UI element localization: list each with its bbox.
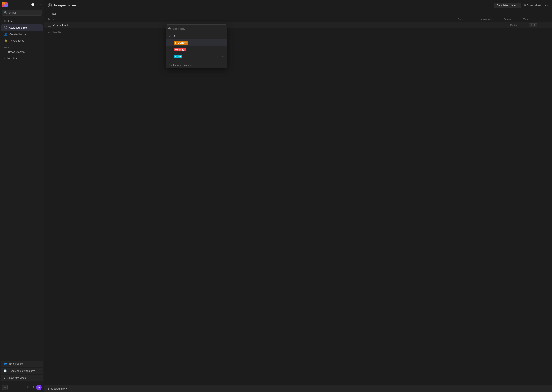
status-inprogress-badge: In progress [174,41,188,45]
search-icon: 🔍 [168,27,172,30]
title-icon [48,3,52,7]
status-dropdown: 🔍 ⋮ ✓ To do ✓ In progress ✓ Won't do ✓ D… [166,25,227,68]
status-done-badge: Done [174,55,182,58]
footer-icons: ⚙ ? M [26,385,42,390]
created-icon: 👤 [4,33,7,36]
dropdown-divider [166,61,227,61]
dropdown-search-area: 🔍 ⋮ [166,25,227,33]
table-row[interactable]: Very first task Teams Task [44,22,552,28]
new-task-label: New task [52,30,62,33]
sidebar-label-inbox: Inbox [8,20,15,23]
sidebar: 🕐 ‹ › 🔍 Search ✉ Inbox Assigned to me 👤 … [0,0,44,392]
task-type: Task [529,24,548,27]
selected-task-info[interactable]: 1 selected task ▾ [48,387,67,390]
main-content: Assigned to me Completed Never ▾ ⊞ Sprea… [44,0,552,392]
sidebar-item-created-by-me[interactable]: 👤 Created by me [1,31,43,37]
history-button[interactable]: 🕐 [30,2,35,7]
task-type-badge: Task [529,23,537,27]
settings-button[interactable]: ⚙ [26,385,30,390]
done-shortcut: Cmd+. [217,55,224,58]
main-header: Assigned to me Completed Never ▾ ⊞ Sprea… [44,0,552,11]
status-item-in-progress[interactable]: ✓ In progress [166,39,227,46]
teams-section-label: Teams [0,44,44,49]
status-item-done[interactable]: ✓ Done Cmd+. [166,53,227,60]
dropdown-more-button[interactable]: ⋮ [221,27,225,31]
bottom-bar: 1 selected task ▾ [44,385,552,392]
sidebar-bottom: 👥 Invite people 📄 Read about 2.0 feature… [0,359,44,383]
search-label: Search [9,11,16,14]
completed-value: Never [510,4,516,7]
nav-icons: 🕐 ‹ › [30,2,42,7]
svg-point-4 [4,26,7,29]
new-task-icon: ⊕ [48,30,51,34]
read-label: Read about 2.0 features [9,369,36,372]
status-todo-label: To do [174,35,180,38]
header-actions: Completed Never ▾ ⊞ Spreadsheet ••• [494,3,548,8]
help-button[interactable]: ? [32,385,35,390]
back-button[interactable]: ‹ [36,2,38,7]
page-title: Assigned to me [54,4,76,7]
svg-point-7 [50,5,50,6]
sidebar-label-created: Created by me [9,33,26,36]
svg-point-6 [49,4,51,6]
new-task-row[interactable]: ⊕ New task [44,28,552,35]
show-intro-button[interactable]: ▶ Show intro video [1,375,43,381]
configure-statuses-item[interactable]: Configure statuses... [166,62,227,68]
task-checkbox[interactable] [48,24,51,27]
toolbar: ≡ Filter [44,11,552,17]
add-button[interactable]: + [2,385,8,390]
invite-icon: 👥 [4,362,7,365]
sidebar-footer: + ⚙ ? M [0,383,44,392]
filter-label: Filter [51,12,56,15]
completed-chevron-icon: ▾ [517,4,519,7]
spreadsheet-label: Spreadsheet [527,4,541,7]
filter-icon: ≡ [48,12,50,15]
spreadsheet-icon: ⊞ [524,4,526,7]
read-icon: 📄 [4,369,7,372]
sidebar-label-browse: Browse teams [8,50,25,53]
svg-point-5 [5,27,6,28]
sidebar-item-private-tasks[interactable]: 🔒 Private tasks [1,37,43,44]
sidebar-item-assigned-to-me[interactable]: Assigned to me [1,24,43,31]
selected-count: 1 [48,387,49,390]
col-header-status: Status [458,18,481,21]
status-item-wontdo[interactable]: ✓ Won't do [166,46,227,53]
more-options-button[interactable]: ••• [543,3,548,7]
app-logo[interactable] [2,2,8,7]
status-search-input[interactable] [173,27,219,30]
lock-icon: 🔒 [4,39,7,42]
sidebar-top: 🕐 ‹ › [0,0,44,9]
chevron-down-icon: ▾ [66,388,67,390]
intro-label: Show intro video [7,377,26,379]
sidebar-item-new-team[interactable]: + New team [1,55,43,61]
col-header-type: Type [523,18,542,21]
browse-teams-icon: ··· [4,50,6,54]
new-team-icon: + [4,56,6,60]
assigned-icon [4,26,7,29]
inbox-icon: ✉ [4,19,6,23]
svg-point-3 [5,4,6,6]
col-header-assignees: Assignees [481,18,504,21]
sidebar-nav: ✉ Inbox Assigned to me 👤 Created by me 🔒… [0,17,44,359]
search-bar[interactable]: 🔍 Search [2,10,42,15]
col-add-button[interactable]: + [542,18,548,21]
selected-label: selected task [51,387,65,390]
sidebar-label-new-team: New team [7,57,19,60]
col-header-teams: Teams [504,18,523,21]
task-teams: Teams [510,24,529,26]
video-icon: ▶ [4,377,6,379]
sidebar-item-browse-teams[interactable]: ··· Browse teams [1,49,43,55]
completed-label: Completed [497,4,509,7]
user-avatar[interactable]: M [36,385,42,390]
read-about-button[interactable]: 📄 Read about 2.0 features [1,368,43,374]
spreadsheet-button[interactable]: ⊞ Spreadsheet [524,4,541,7]
sidebar-label-private: Private tasks [9,39,24,42]
sidebar-item-inbox[interactable]: ✉ Inbox [1,18,43,24]
completed-filter-button[interactable]: Completed Never ▾ [494,3,522,8]
invite-people-button[interactable]: 👥 Invite people [1,361,43,367]
search-icon: 🔍 [4,11,7,14]
forward-button[interactable]: › [39,2,42,7]
filter-button[interactable]: ≡ Filter [48,12,56,15]
col-header-tasks: Tasks [48,18,458,21]
status-item-todo[interactable]: ✓ To do [166,33,227,39]
